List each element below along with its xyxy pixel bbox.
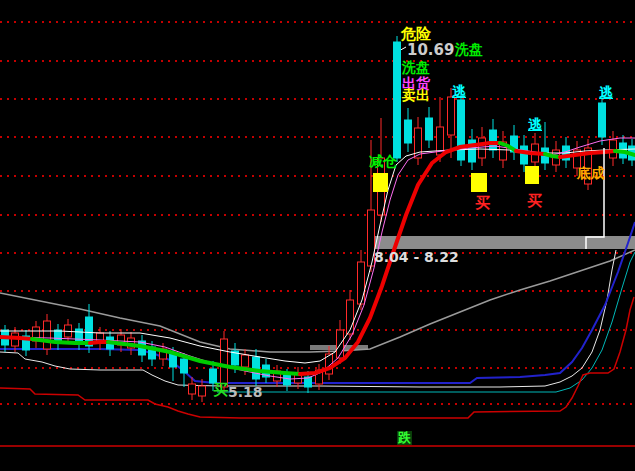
candle-body [610, 140, 617, 158]
candle-body [479, 138, 486, 158]
candle-body [210, 369, 217, 383]
signal-square [525, 166, 539, 184]
candle-body [490, 130, 497, 150]
trend-line-up [0, 337, 32, 339]
candle-body [458, 100, 465, 160]
candle-body [189, 384, 196, 394]
candle-body [221, 339, 228, 387]
candle-body [358, 262, 365, 304]
signal-square [373, 173, 388, 192]
candle-body [521, 146, 528, 164]
candle-body [394, 42, 401, 158]
chart-canvas[interactable] [0, 0, 635, 471]
candle-body [448, 97, 455, 135]
resistance-zone [372, 236, 635, 249]
candle-body [426, 118, 433, 140]
stock-chart-panel: 危险10.69洗盘出货卖出洗盘逃逃逃减仓买买底成8.04 - 8.22买5.18… [0, 0, 635, 471]
candle-body [44, 321, 51, 349]
candle-body [405, 120, 412, 143]
trend-line-up [90, 342, 108, 343]
candle-body [284, 375, 291, 385]
candle-body [181, 359, 188, 373]
candle-body [199, 386, 206, 396]
candle-body [599, 103, 606, 137]
candle-body [242, 355, 249, 367]
candle-body [253, 357, 260, 379]
candle-body [76, 329, 83, 343]
signal-square [471, 173, 487, 192]
